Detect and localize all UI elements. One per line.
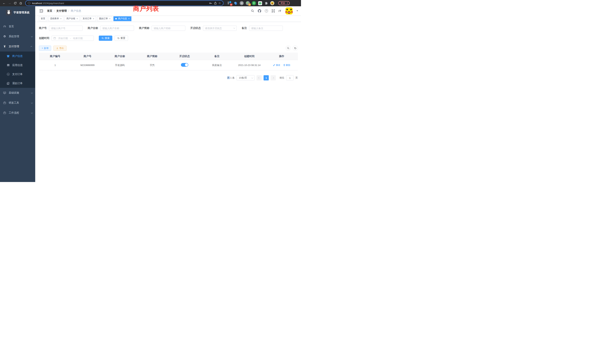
status-select[interactable] (203, 26, 237, 31)
extensions-puzzle-button[interactable] (264, 1, 268, 5)
breadcrumb-payment[interactable]: 支付管理 (56, 9, 67, 13)
status-toggle[interactable] (181, 63, 188, 67)
status-select-input[interactable] (203, 26, 237, 31)
profile-emoji-avatar[interactable] (270, 1, 275, 5)
reset-button[interactable]: 重置 (115, 36, 128, 41)
search-button[interactable]: 搜索 (99, 36, 112, 41)
page-size-select[interactable]: 10条/页 (236, 75, 255, 80)
merchant-no-input[interactable] (49, 26, 83, 31)
add-button[interactable]: + 新增 (39, 46, 51, 51)
sidebar-item-home[interactable]: 首页 (0, 21, 35, 32)
github-button[interactable] (258, 9, 261, 13)
breadcrumb-home[interactable]: 首页 (47, 9, 52, 13)
calendar-icon (53, 37, 56, 40)
search-icon (102, 37, 104, 39)
filter-full-name: 商户全称 (88, 26, 134, 31)
extension-chat-icon[interactable] (258, 1, 262, 5)
balloon-icon (234, 1, 238, 5)
url-path: :1024/pay/merchant (42, 2, 64, 5)
password-key-icon[interactable] (209, 2, 212, 5)
edit-link[interactable]: 修改 (273, 64, 280, 67)
tab-home[interactable]: 首页 (39, 16, 47, 21)
browser-menu-dots-icon[interactable] (287, 2, 288, 4)
tab-user-group[interactable]: 用户分组× (64, 16, 80, 21)
url-text: localhost:1024/pay/merchant (32, 2, 207, 5)
cell-merchant-id: 1 (39, 64, 71, 66)
fullscreen-button[interactable] (271, 9, 275, 13)
sidebar-item-label: 系统管理 (9, 35, 31, 38)
close-icon[interactable]: × (60, 17, 62, 20)
browser-reload-button[interactable] (13, 1, 17, 5)
help-button[interactable]: ? (265, 9, 268, 12)
extension-pin-icon[interactable] (233, 1, 238, 5)
update-label: 更新 (281, 2, 285, 5)
bookmark-star-icon[interactable]: ☆ (218, 1, 221, 5)
export-button-label: 导出 (59, 47, 64, 50)
tab-refund-order[interactable]: 退款订单× (97, 16, 112, 21)
browser-update-button[interactable]: 更新 (278, 1, 290, 5)
pagination: 共 1 条 10条/页 1 前往 页 (39, 75, 298, 80)
extension-y-icon[interactable]: Y (252, 1, 256, 5)
sidebar-item-payment[interactable]: ¥ 支付管理 (0, 42, 35, 52)
filter-short-name: 商户简称 (139, 26, 185, 31)
table-header-row: 商户编号 商户号 商户全称 商户简称 开启状态 备注 创建时间 操作 (39, 53, 298, 60)
tab-merchant-info[interactable]: 商户信息× (113, 16, 131, 21)
font-size-button[interactable]: TT (278, 9, 281, 12)
delete-link[interactable]: 删除 (283, 64, 290, 67)
date-range-picker[interactable]: - (52, 36, 94, 41)
sidebar-item-app-info[interactable]: 应用信息 (0, 61, 35, 70)
close-icon[interactable]: × (93, 17, 94, 20)
goto-page-input[interactable] (286, 75, 294, 80)
full-name-input[interactable] (100, 26, 134, 31)
sidebar-collapse-button[interactable] (38, 6, 44, 15)
sidebar-item-workflow[interactable]: 工作流程 (0, 108, 35, 118)
page-content: 商户号 商户全称 商户简称 开启状态 (35, 22, 301, 182)
page-info-icon[interactable]: i (28, 2, 30, 4)
refresh-table-button[interactable] (293, 46, 298, 51)
date-end-input[interactable] (72, 37, 84, 40)
browser-forward-button[interactable]: → (7, 1, 12, 5)
sidebar-logo[interactable]: 芋道管理系统 (0, 6, 35, 18)
sidebar-item-pay-order[interactable]: ¥ 支付订单 (0, 70, 35, 79)
prev-page-button[interactable] (257, 75, 262, 80)
hamburger-fold-icon (40, 10, 43, 12)
remark-input[interactable] (249, 26, 283, 31)
export-button[interactable]: 导出 (53, 46, 66, 51)
sidebar-item-merchant-info[interactable]: 商户信息 (0, 52, 35, 61)
sidebar-item-label: 支付管理 (9, 45, 31, 48)
browser-home-button[interactable] (19, 1, 23, 5)
avatar-caret-icon[interactable] (297, 10, 298, 11)
extension-status-icon[interactable]: 1 (246, 1, 250, 5)
sidebar-item-refund-order[interactable]: 退款订单 (0, 79, 35, 88)
share-icon[interactable] (214, 2, 217, 5)
chevron-left-icon (258, 77, 260, 79)
active-dot-icon (115, 18, 117, 20)
github-icon (258, 9, 261, 13)
sidebar-item-dev-tools[interactable]: 研发工具 (0, 98, 35, 108)
url-bar[interactable]: i localhost:1024/pay/merchant ☆ (26, 1, 223, 6)
tab-process-form[interactable]: 流程表单× (48, 16, 63, 21)
show-search-toggle-button[interactable] (286, 46, 291, 51)
sidebar-item-label: 支付订单 (12, 73, 23, 76)
close-icon[interactable]: × (109, 17, 110, 20)
browser-back-button[interactable]: ← (2, 1, 6, 5)
sidebar-item-infrastructure[interactable]: 基础设施 (0, 88, 35, 98)
sidebar-item-system[interactable]: 系统管理 (0, 32, 35, 42)
header-search-button[interactable] (251, 9, 254, 12)
chevron-down-icon (31, 35, 33, 37)
tab-pay-order[interactable]: 支付订单× (81, 16, 96, 21)
close-icon[interactable]: × (76, 17, 78, 20)
page-number-1[interactable]: 1 (264, 75, 269, 80)
trash-icon (283, 64, 285, 66)
short-name-input[interactable] (152, 26, 185, 31)
next-page-button[interactable] (271, 75, 276, 80)
extension-command-icon[interactable]: ⌘ (239, 1, 244, 5)
col-header: 商户号 (71, 55, 104, 58)
url-host: localhost (32, 2, 42, 5)
search-icon (287, 47, 290, 50)
extension-sidekick-icon[interactable]: 10 (227, 1, 232, 5)
date-start-input[interactable] (57, 37, 69, 40)
close-icon[interactable]: × (128, 17, 129, 20)
chevron-down-icon (31, 92, 33, 94)
user-avatar[interactable] (285, 7, 293, 14)
